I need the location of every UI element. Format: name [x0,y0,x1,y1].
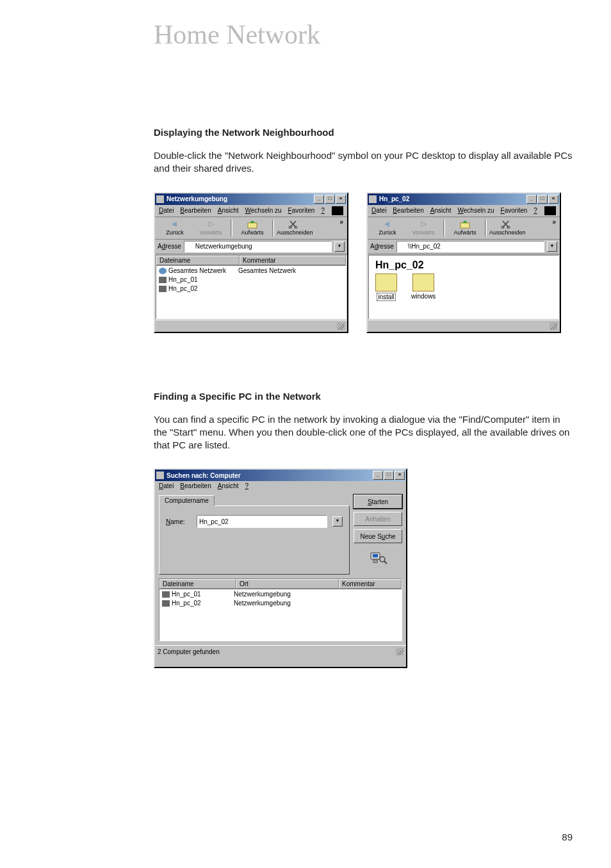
computer-icon [159,277,167,283]
address-text: Netzwerkumgebung [195,243,252,250]
up-folder-icon [459,220,471,229]
app-icon [156,195,164,203]
dialog-body: Computername Name: Hn_pc_02 ▼ [155,491,406,667]
titlebar: Netzwerkumgebung _ □ × [155,193,347,205]
maximize-button[interactable]: □ [325,195,335,204]
name-input[interactable]: Hn_pc_02 [197,515,327,528]
resize-grip[interactable] [550,322,557,330]
address-label: Adresse [370,243,394,250]
close-button[interactable]: × [336,195,346,204]
start-button[interactable]: Starten [354,495,402,509]
menu-item[interactable]: Bearbeiten [180,482,211,489]
menu-item[interactable]: Bearbeiten [180,207,211,214]
toolbar-overflow[interactable]: » [552,218,557,225]
toolbar-label: Zurück [379,229,396,236]
menu-item[interactable]: ? [534,207,537,214]
name-dropdown-button[interactable]: ▼ [332,516,343,527]
network-icon [186,243,193,250]
column-header[interactable]: Dateiname [159,579,236,589]
menu-item[interactable]: Datei [371,207,386,214]
back-button[interactable]: Zurück [370,218,405,236]
address-bar: Adresse \\Hn_pc_02 ▼ [368,240,560,254]
item-location: Netzwerkumgebung [234,590,291,599]
toolbar: Zurück Vorwärts Aufwärts [155,217,347,240]
menu-item[interactable]: ? [321,207,325,214]
name-value: Hn_pc_02 [199,518,229,525]
file-list-pane: Dateiname Kommentar Gesamtes Netzwerk Ge… [156,255,346,319]
folder-heading: Hn_pc_02 [369,256,558,272]
maximize-button[interactable]: □ [537,195,548,204]
computer-icon [162,591,170,598]
minimize-button[interactable]: _ [526,195,537,204]
menubar: Datei Bearbeiten Ansicht ? [155,481,406,491]
folder-icon-item[interactable]: install [375,274,397,301]
separator [231,220,232,236]
menubar: Datei Bearbeiten Ansicht Wechseln zu Fav… [368,205,560,217]
column-header[interactable]: Kommentar [240,256,346,265]
cut-button[interactable]: Ausschneiden [277,218,311,236]
list-item[interactable]: Hn_pc_02 Netzwerkumgebung [162,599,399,608]
list-item[interactable]: Hn_pc_01 Netzwerkumgebung [162,590,399,599]
page-number: 89 [562,831,573,842]
up-button[interactable]: Aufwärts [448,218,482,236]
column-header[interactable]: Ort [236,579,339,589]
menu-item[interactable]: Ansicht [218,482,239,489]
section-body-2: You can find a specific PC in the networ… [154,413,573,452]
address-dropdown-button[interactable]: ▼ [334,242,345,252]
computer-icon [398,243,406,250]
resize-grip[interactable] [396,648,403,655]
status-text: 2 Computer gefunden [158,648,220,655]
toolbar-label: Vorwärts [412,229,434,236]
chapter-title: Home Network [38,19,573,50]
titlebar: Suchen nach: Computer _ □ × [155,470,406,481]
menu-item[interactable]: Ansicht [430,207,452,214]
resize-grip[interactable] [337,322,345,330]
up-button[interactable]: Aufwärts [235,218,270,236]
separator [485,220,487,236]
menu-item[interactable]: Ansicht [218,207,239,214]
menu-item[interactable]: Favoriten [501,207,528,214]
address-dropdown-button[interactable]: ▼ [547,242,557,252]
item-comment: Gesamtes Netzwerk [238,266,296,275]
menu-item[interactable]: ? [245,482,249,489]
svg-rect-8 [373,560,377,562]
forward-button: Vorwärts [406,218,441,236]
up-folder-icon [247,220,258,229]
folder-icon [375,274,397,291]
column-headers: Dateiname Kommentar [156,256,346,266]
list-item[interactable]: Hn_pc_02 [159,284,343,293]
name-label: Name: [166,518,191,525]
toolbar-overflow[interactable]: » [339,218,345,225]
menu-item[interactable]: Wechseln zu [245,207,282,214]
column-header[interactable]: Dateiname [156,256,240,265]
minimize-button[interactable]: _ [314,195,324,204]
section-body-1: Double-click the "Network Neighbourhood"… [154,149,573,176]
close-button[interactable]: × [395,471,405,480]
new-search-button[interactable]: Neue Suche [354,529,402,543]
back-arrow-icon [169,220,181,229]
button-label: Anhalten [365,516,390,523]
menu-item[interactable]: Wechseln zu [458,207,494,214]
cut-button[interactable]: Ausschneiden [489,218,524,236]
menu-item[interactable]: Favoriten [288,207,315,214]
section-heading-1: Displaying the Network Neighbourhood [154,127,573,138]
minimize-button[interactable]: _ [373,471,383,480]
menu-item[interactable]: Bearbeiten [393,207,423,214]
column-header[interactable]: Kommentar [339,579,402,589]
list-item[interactable]: Hn_pc_01 [159,275,343,284]
tab-computername[interactable]: Computername [159,495,215,506]
folder-icon-item[interactable]: windows [411,274,436,301]
scissors-icon [501,220,512,229]
close-button[interactable]: × [548,195,558,204]
menu-item[interactable]: Datei [159,482,174,489]
window-computer-hnpc02: Hn_pc_02 _ □ × Datei Bearbeiten Ansicht … [366,192,561,333]
maximize-button[interactable]: □ [384,471,394,480]
address-input[interactable]: Netzwerkumgebung [184,241,332,252]
figure-row-1: Netzwerkumgebung _ □ × Datei Bearbeiten … [154,192,573,333]
list-item[interactable]: Gesamtes Netzwerk Gesamtes Netzwerk [159,266,343,275]
icon-label: windows [411,293,436,300]
back-button[interactable]: Zurück [158,218,192,236]
address-input[interactable]: \\Hn_pc_02 [396,241,544,252]
stop-button: Anhalten [354,512,402,526]
menu-item[interactable]: Datei [159,207,174,214]
